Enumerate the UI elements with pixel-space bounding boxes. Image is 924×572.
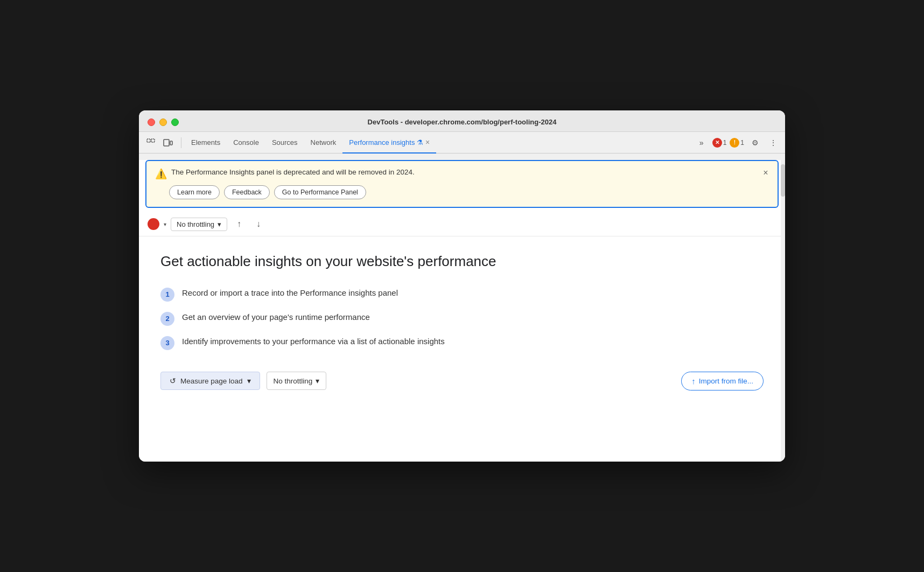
import-label: Import from file... [699, 377, 753, 385]
maximize-window-button[interactable] [171, 118, 179, 126]
panel-content: ⚠️ The Performance Insights panel is dep… [139, 160, 785, 462]
svg-rect-0 [147, 139, 150, 142]
scrollbar-track [781, 154, 785, 462]
close-tab-icon[interactable]: × [425, 138, 430, 147]
banner-text: The Performance Insights panel is deprec… [171, 168, 415, 178]
more-tabs-button[interactable]: » [694, 135, 709, 150]
measure-label: Measure page load [180, 377, 243, 385]
export-button[interactable]: ↑ [232, 217, 247, 232]
step-text-3: Identify improvements to your performanc… [182, 336, 445, 348]
record-button[interactable] [148, 218, 159, 230]
error-count-group: ✕ 1 [712, 138, 727, 148]
svg-rect-2 [164, 139, 169, 146]
tab-network[interactable]: Network [304, 132, 343, 154]
step-item-3: 3 Identify improvements to your performa… [160, 336, 764, 350]
throttling-label: No throttling [177, 220, 214, 228]
error-badge: ✕ [712, 138, 722, 148]
step-text-2: Get an overview of your page's runtime p… [182, 311, 370, 324]
bottom-throttling-arrow: ▾ [316, 376, 319, 385]
warning-count: 1 [740, 139, 744, 147]
banner-close-button[interactable]: × [759, 166, 772, 179]
go-to-performance-button[interactable]: Go to Performance Panel [274, 185, 366, 199]
step-number-3: 3 [160, 336, 174, 350]
error-count: 1 [723, 139, 727, 147]
devtools-tab-bar: Elements Console Sources Network Perform… [139, 132, 785, 154]
step-item-1: 1 Record or import a trace into the Perf… [160, 287, 764, 302]
throttling-arrow: ▾ [218, 220, 221, 228]
main-content: Get actionable insights on your website'… [139, 236, 785, 407]
svg-rect-1 [151, 139, 155, 142]
import-icon: ↑ [691, 376, 696, 386]
warning-badge: ! [730, 138, 739, 148]
devtools-window: DevTools - developer.chrome.com/blog/per… [139, 110, 785, 462]
scrollbar-thumb[interactable] [781, 164, 785, 197]
download-icon: ↓ [256, 219, 261, 229]
tab-console[interactable]: Console [227, 132, 265, 154]
settings-icon: ⚙ [752, 138, 759, 147]
panel-wrapper: ⚠️ The Performance Insights panel is dep… [139, 154, 785, 462]
traffic-lights [148, 118, 179, 126]
tab-actions: » ✕ 1 ! 1 ⚙ ⋮ [694, 135, 781, 150]
record-dropdown-arrow[interactable]: ▾ [164, 221, 166, 227]
import-from-file-button[interactable]: ↑ Import from file... [681, 372, 764, 390]
error-badge-group: ✕ 1 ! 1 [712, 138, 744, 148]
step-text-1: Record or import a trace into the Perfor… [182, 287, 398, 299]
learn-more-button[interactable]: Learn more [169, 185, 220, 199]
main-heading: Get actionable insights on your website'… [160, 253, 764, 271]
device-toggle-icon[interactable] [160, 135, 176, 150]
tab-performance-insights[interactable]: Performance insights ⚗ × [342, 132, 436, 154]
close-window-button[interactable] [148, 118, 155, 126]
minimize-window-button[interactable] [159, 118, 167, 126]
measure-arrow: ▾ [247, 376, 251, 385]
step-number-1: 1 [160, 288, 174, 302]
settings-button[interactable]: ⚙ [747, 135, 762, 150]
bottom-actions: ↺ Measure page load ▾ No throttling ▾ ↑ … [160, 372, 764, 390]
deprecation-banner: ⚠️ The Performance Insights panel is dep… [145, 160, 779, 208]
more-menu-button[interactable]: ⋮ [766, 135, 781, 150]
tab-sources[interactable]: Sources [265, 132, 304, 154]
measure-page-load-button[interactable]: ↺ Measure page load ▾ [160, 372, 260, 390]
step-number-2: 2 [160, 312, 174, 326]
reload-icon: ↺ [170, 376, 176, 385]
window-title: DevTools - developer.chrome.com/blog/per… [368, 118, 557, 126]
import-toolbar-button[interactable]: ↓ [251, 217, 266, 232]
warning-icon: ⚠️ [155, 168, 167, 180]
recording-toolbar: ▾ No throttling ▾ ↑ ↓ [139, 212, 785, 236]
inspect-element-icon[interactable] [143, 135, 158, 150]
throttling-dropdown[interactable]: No throttling ▾ [171, 218, 227, 231]
bottom-throttling-dropdown[interactable]: No throttling ▾ [267, 372, 327, 390]
warning-count-group: ! 1 [730, 138, 744, 148]
title-bar: DevTools - developer.chrome.com/blog/per… [139, 110, 785, 132]
feedback-button[interactable]: Feedback [224, 185, 270, 199]
svg-rect-3 [170, 141, 172, 145]
steps-list: 1 Record or import a trace into the Perf… [160, 287, 764, 350]
banner-buttons: Learn more Feedback Go to Performance Pa… [169, 185, 769, 199]
flask-icon: ⚗ [417, 138, 423, 147]
more-menu-icon: ⋮ [769, 138, 777, 147]
upload-icon: ↑ [237, 219, 241, 229]
tab-elements[interactable]: Elements [185, 132, 227, 154]
banner-message: ⚠️ The Performance Insights panel is dep… [155, 168, 769, 180]
tab-separator [181, 137, 181, 148]
close-icon: × [763, 168, 768, 178]
step-item-2: 2 Get an overview of your page's runtime… [160, 311, 764, 326]
bottom-throttling-label: No throttling [274, 377, 313, 385]
